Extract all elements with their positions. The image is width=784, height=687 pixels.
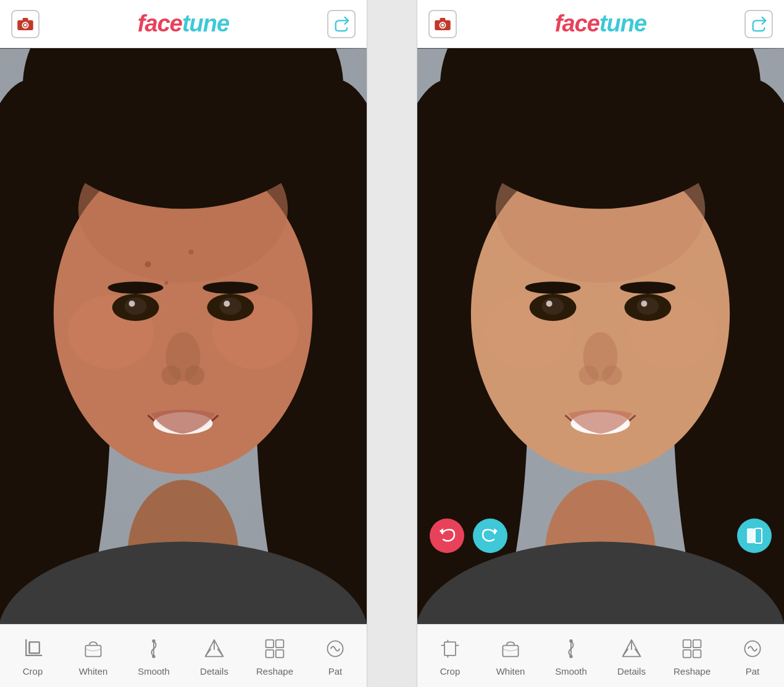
svg-point-64 (641, 301, 647, 307)
smooth-icon-after (557, 635, 585, 662)
fab-left-group (430, 518, 507, 553)
toolbar-item-whiten-after[interactable]: Whiten (480, 628, 541, 684)
share-button-before[interactable] (327, 10, 356, 38)
toolbar-item-smooth-after[interactable]: Smooth (541, 628, 601, 684)
svg-rect-90 (683, 650, 691, 658)
svg-point-61 (542, 298, 564, 315)
camera-icon-after (435, 18, 451, 30)
svg-rect-91 (693, 650, 701, 658)
svg-line-87 (635, 649, 640, 657)
gap-divider (367, 0, 417, 687)
camera-button-after[interactable] (428, 10, 457, 38)
svg-point-66 (620, 281, 675, 294)
toolbar-after: Crop Whiten Smooth (417, 624, 784, 687)
undo-icon (438, 527, 456, 544)
details-label-before: Details (200, 666, 228, 677)
svg-point-15 (188, 249, 193, 254)
reshape-icon-before (261, 635, 288, 662)
svg-line-39 (206, 649, 211, 657)
undo-button[interactable] (430, 518, 464, 553)
toolbar-item-details-before[interactable]: Details (184, 628, 244, 684)
toolbar-item-details-after[interactable]: Details (601, 628, 662, 684)
svg-point-63 (546, 301, 553, 307)
svg-point-82 (569, 639, 572, 643)
details-icon-before (201, 635, 228, 662)
toolbar-item-crop-after[interactable]: Crop (420, 628, 480, 684)
svg-point-83 (569, 655, 572, 658)
toolbar-item-patch-before[interactable]: Pat (305, 628, 365, 684)
svg-rect-2 (22, 18, 28, 21)
svg-point-69 (602, 365, 622, 385)
smooth-icon-before (140, 635, 167, 662)
svg-point-25 (108, 281, 164, 294)
details-label-after: Details (617, 666, 646, 677)
svg-point-65 (525, 281, 581, 294)
photo-before (0, 48, 367, 624)
before-panel: facetune (0, 0, 367, 687)
share-icon-after (751, 16, 767, 32)
logo-before: facetune (138, 10, 229, 37)
toolbar-item-whiten-before[interactable]: Whiten (63, 628, 123, 684)
svg-point-36 (152, 655, 155, 658)
svg-rect-44 (276, 650, 284, 658)
compare-icon (746, 527, 763, 544)
share-button-after[interactable] (744, 10, 773, 38)
crop-icon-before (19, 635, 46, 662)
svg-rect-48 (440, 18, 445, 21)
smooth-label-before: Smooth (138, 666, 170, 677)
svg-rect-74 (755, 528, 762, 543)
svg-rect-43 (266, 650, 274, 658)
svg-line-86 (623, 649, 628, 657)
crop-icon-after (436, 635, 464, 662)
svg-rect-88 (683, 640, 691, 648)
svg-rect-73 (747, 528, 754, 543)
face-svg-before (0, 48, 367, 624)
whiten-icon-after (497, 635, 524, 662)
svg-point-35 (152, 639, 155, 643)
compare-button[interactable] (737, 518, 772, 553)
svg-rect-89 (693, 640, 701, 648)
svg-point-23 (129, 301, 135, 307)
camera-button-before[interactable] (11, 10, 40, 38)
reshape-label-before: Reshape (256, 666, 293, 677)
redo-icon (482, 527, 499, 544)
header-after: facetune (417, 0, 784, 48)
after-panel: facetune (417, 0, 784, 687)
svg-point-14 (145, 261, 151, 267)
svg-point-26 (202, 281, 258, 294)
reshape-label-after: Reshape (673, 666, 711, 677)
patch-icon-after (739, 635, 766, 662)
svg-point-3 (24, 23, 27, 27)
toolbar-item-patch-after[interactable]: Pat (722, 628, 783, 684)
svg-rect-33 (30, 642, 40, 653)
svg-point-29 (185, 365, 204, 385)
svg-point-28 (162, 365, 181, 385)
svg-rect-76 (444, 642, 456, 656)
svg-point-24 (223, 301, 230, 307)
details-icon-after (618, 635, 645, 662)
toolbar-item-reshape-after[interactable]: Reshape (662, 628, 722, 684)
toolbar-item-reshape-before[interactable]: Reshape (244, 628, 305, 684)
patch-icon-before (322, 635, 349, 662)
whiten-label-before: Whiten (79, 666, 108, 677)
toolbar-item-crop-before[interactable]: Crop (2, 628, 63, 684)
svg-point-62 (636, 298, 659, 315)
toolbar-item-smooth-before[interactable]: Smooth (123, 628, 184, 684)
reshape-icon-after (678, 635, 706, 662)
whiten-icon-before (80, 635, 107, 662)
crop-label-after: Crop (440, 666, 461, 677)
svg-rect-42 (276, 640, 284, 648)
svg-rect-41 (266, 640, 274, 648)
patch-label-before: Pat (328, 666, 343, 677)
svg-point-68 (579, 365, 599, 385)
photo-after (417, 48, 784, 624)
fab-row (417, 518, 784, 553)
crop-label-before: Crop (23, 666, 43, 677)
share-icon-before (333, 16, 349, 32)
header-before: facetune (0, 0, 367, 48)
svg-point-16 (165, 281, 169, 285)
toolbar-before: Crop Whiten Smooth (0, 624, 367, 687)
redo-button[interactable] (473, 518, 507, 553)
whiten-label-after: Whiten (496, 666, 525, 677)
logo-after: facetune (555, 10, 646, 37)
